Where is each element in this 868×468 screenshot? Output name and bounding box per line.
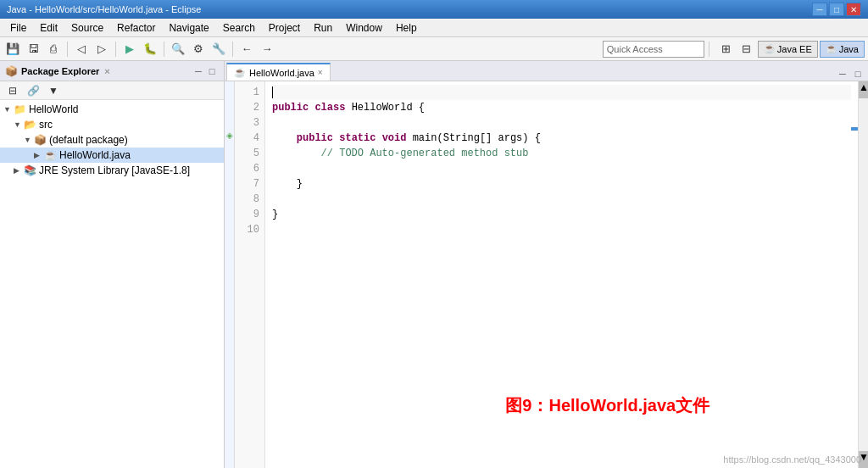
line-num-2: 2 [235, 100, 264, 115]
scrollbar-up[interactable]: ▲ [859, 81, 868, 98]
arrow-jre: ▶ [14, 166, 24, 175]
tree-src[interactable]: ▼ 📂 src [0, 117, 224, 132]
menu-project[interactable]: Project [262, 20, 307, 36]
quick-access-box[interactable]: Quick Access [603, 41, 704, 58]
menu-source[interactable]: Source [64, 20, 110, 36]
label-src: src [39, 119, 53, 131]
window-controls: ─ □ ✕ [812, 3, 861, 16]
code-line-7: } [272, 176, 851, 192]
scrollbar-track [859, 98, 868, 451]
arrow-project: ▼ [3, 105, 14, 114]
editor-scrollbar[interactable]: ▲ ▼ [858, 81, 868, 468]
view-menu-btn[interactable]: ▼ [44, 81, 63, 100]
label-jre: JRE System Library [JavaSE-1.8] [39, 164, 190, 176]
editor-minimize-btn[interactable]: ─ [836, 67, 849, 81]
editor-content-area[interactable]: ◈ 1 2 3 4 5 6 7 8 9 10 public clas [225, 81, 868, 468]
toolbar-sep-3 [164, 42, 164, 57]
line-num-1: 1 [235, 85, 264, 100]
figure-caption: 图9：HelloWorld.java文件 [505, 394, 709, 417]
menu-window[interactable]: Window [339, 20, 389, 36]
icon-java: ☕ [44, 149, 57, 161]
icon-pkg: 📦 [34, 134, 47, 146]
toolbar-back[interactable]: ◁ [72, 40, 91, 58]
tree-project[interactable]: ▼ 📁 HelloWorld [0, 102, 224, 117]
line-num-9: 9 [235, 207, 264, 222]
code-line-10 [272, 222, 851, 237]
package-explorer-tree: ▼ 📁 HelloWorld ▼ 📂 src ▼ 📦 (default pack… [0, 100, 224, 468]
editor-tab-label: HelloWorld.java [249, 68, 314, 78]
tree-default-package[interactable]: ▼ 📦 (default package) [0, 132, 224, 148]
line-num-4: 4 [235, 131, 264, 146]
perspective-switcher: ⊞ ⊟ ☕ Java EE ☕ Java [717, 40, 865, 58]
menu-navigate[interactable]: Navigate [162, 20, 215, 36]
panel-minimize-btn[interactable]: ─ [192, 64, 205, 78]
toolbar-ref2[interactable]: 🔧 [209, 40, 228, 58]
code-line-1 [272, 85, 851, 100]
window-title: Java - HelloWorld/src/HelloWorld.java - … [7, 4, 812, 14]
tree-jre-library[interactable]: ▶ 📚 JRE System Library [JavaSE-1.8] [0, 163, 224, 178]
perspective-open[interactable]: ⊞ [717, 40, 736, 58]
toolbar-save[interactable]: 🖫 [24, 40, 42, 58]
main-toolbar: 💾 🖫 ⎙ ◁ ▷ ▶ 🐛 🔍 ⚙ 🔧 ← → Quick Access ⊞ ⊟… [0, 37, 868, 61]
icon-jre: 📚 [24, 164, 36, 176]
package-explorer-title: Package Explorer [21, 66, 99, 76]
line-num-8: 8 [235, 192, 264, 207]
margin-line-2 [225, 97, 234, 112]
menu-help[interactable]: Help [389, 20, 424, 36]
panel-title-area: 📦 Package Explorer × [5, 65, 192, 77]
minimize-button[interactable]: ─ [812, 3, 827, 16]
icon-src: 📂 [24, 119, 36, 131]
right-marker [851, 127, 858, 131]
perspective-javaee[interactable]: ☕ Java EE [758, 41, 818, 58]
main-area: 📦 Package Explorer × ─ □ ⊟ 🔗 ▼ ▼ 📁 Hello… [0, 61, 868, 468]
toolbar-new[interactable]: 💾 [3, 40, 22, 58]
toolbar-ref1[interactable]: ⚙ [189, 40, 208, 58]
label-project: HelloWorld [29, 103, 78, 115]
content-row: 📦 Package Explorer × ─ □ ⊟ 🔗 ▼ ▼ 📁 Hello… [0, 61, 868, 468]
arrow-java: ▶ [34, 151, 44, 159]
toolbar-next-edit[interactable]: → [258, 40, 276, 58]
toolbar-sep-1 [67, 42, 68, 57]
maximize-button[interactable]: □ [829, 3, 844, 16]
toolbar-run[interactable]: ▶ [120, 40, 139, 58]
editor-tab-helloworld[interactable]: ☕ HelloWorld.java × [226, 63, 331, 81]
toolbar-debug[interactable]: 🐛 [141, 40, 159, 58]
menu-run[interactable]: Run [307, 20, 339, 36]
perspective-java[interactable]: ☕ Java [820, 41, 865, 58]
arrow-pkg: ▼ [24, 136, 34, 144]
perspective-save[interactable]: ⊟ [737, 40, 756, 58]
toolbar-print[interactable]: ⎙ [44, 40, 63, 58]
editor-maximize-btn[interactable]: □ [851, 67, 865, 81]
toolbar-sep-4 [232, 42, 233, 57]
package-explorer-panel: 📦 Package Explorer × ─ □ ⊟ 🔗 ▼ ▼ 📁 Hello… [0, 61, 225, 468]
toolbar-forward[interactable]: ▷ [92, 40, 111, 58]
menu-bar: File Edit Source Refactor Navigate Searc… [0, 19, 868, 37]
collapse-all-btn[interactable]: ⊟ [3, 81, 22, 100]
editor-tab-controls: ─ □ [832, 67, 868, 81]
margin-line-1 [225, 81, 234, 97]
menu-search[interactable]: Search [216, 20, 262, 36]
tree-helloworldjava[interactable]: ▶ ☕ HelloWorld.java [0, 148, 224, 163]
margin-line-4: ◈ [225, 127, 234, 142]
line-num-5: 5 [235, 146, 264, 161]
menu-edit[interactable]: Edit [33, 20, 64, 36]
menu-file[interactable]: File [3, 20, 33, 36]
label-java: HelloWorld.java [59, 149, 131, 161]
link-editor-btn[interactable]: 🔗 [24, 81, 42, 100]
line-numbers: 1 2 3 4 5 6 7 8 9 10 [235, 81, 265, 468]
quick-access-label: Quick Access [607, 44, 663, 54]
editor-left-margin: ◈ [225, 81, 235, 468]
code-line-9: } [272, 207, 851, 222]
code-line-2: public class HelloWorld { [272, 100, 851, 115]
line-num-6: 6 [235, 161, 264, 176]
panel-close-symbol: × [104, 66, 109, 76]
editor-tab-close-btn[interactable]: × [318, 68, 323, 77]
toolbar-prev-edit[interactable]: ← [237, 40, 256, 58]
editor-tab-bar: ☕ HelloWorld.java × ─ □ [225, 61, 868, 81]
toolbar-sep-2 [115, 42, 116, 57]
toolbar-search[interactable]: 🔍 [169, 40, 187, 58]
code-line-6 [272, 161, 851, 176]
close-button[interactable]: ✕ [846, 3, 861, 16]
menu-refactor[interactable]: Refactor [110, 20, 162, 36]
panel-maximize-btn[interactable]: □ [205, 64, 219, 78]
